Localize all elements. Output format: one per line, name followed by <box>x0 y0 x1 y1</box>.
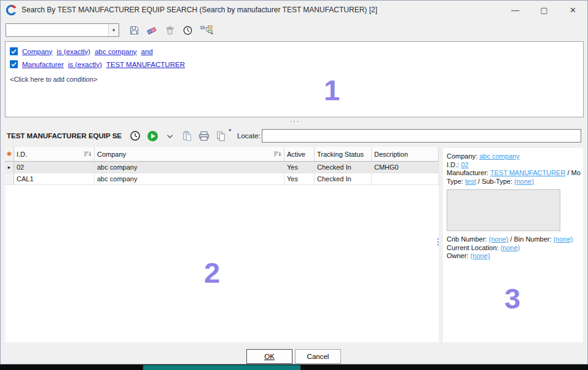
detail-label: Type: <box>447 178 463 185</box>
close-button[interactable]: ✕ <box>559 1 587 19</box>
cell-description: CMHG0 <box>372 162 439 173</box>
ok-button[interactable]: OK <box>246 349 292 364</box>
condition-checkbox[interactable] <box>10 47 18 55</box>
cell-company: abc company <box>95 162 284 173</box>
type-link[interactable]: test <box>465 178 476 185</box>
column-header-label: I.D. <box>17 151 27 158</box>
clock-icon[interactable] <box>129 130 141 142</box>
eraser-icon[interactable] <box>146 24 158 36</box>
title-bar: Search By TEST MANUFACTURER EQUIP SEARCH… <box>1 1 587 19</box>
table-row[interactable]: ▸ 02 abc company Yes Checked In CMHG0 <box>5 162 439 173</box>
row-selector-cell <box>5 173 14 185</box>
vertical-splitter[interactable]: ⋮ <box>434 238 442 246</box>
column-header-description[interactable]: Description <box>372 147 439 161</box>
history-icon[interactable] <box>181 24 194 36</box>
print-icon[interactable] <box>198 130 210 142</box>
filter-preset-combobox[interactable]: ▾ <box>6 23 119 37</box>
condition-operator-link[interactable]: is (exactly) <box>57 48 90 55</box>
taskbar-teal-segment <box>143 365 300 370</box>
asterisk-icon: ✱ <box>7 151 12 157</box>
screen: Search By TEST MANUFACTURER EQUIP SEARCH… <box>0 0 588 370</box>
detail-label: Manufacturer: <box>447 169 488 176</box>
id-link[interactable]: 02 <box>461 161 468 168</box>
copy-icon[interactable]: ▾ <box>215 130 227 142</box>
condition-value-link[interactable]: abc company <box>95 48 136 55</box>
cell-tracking-status: Checked In <box>315 173 372 185</box>
condition-row: Company is (exactly) abc company and <box>10 45 579 58</box>
cell-tracking-status: Checked In <box>315 162 372 173</box>
crib-number-link[interactable]: (none) <box>488 235 508 243</box>
results-title: TEST MANUFACTURER EQUIP SE <box>7 132 122 140</box>
filter-toolbar: ▾ <box>6 23 215 37</box>
table-header-row: ✱ I.D. Company Active <box>5 147 439 162</box>
column-header-label: Description <box>374 151 408 158</box>
subtype-link[interactable]: (none) <box>514 178 534 185</box>
chevron-down-icon[interactable] <box>163 130 176 142</box>
detail-label: / Mo <box>567 169 580 176</box>
detail-label: Crib Number: <box>447 235 487 243</box>
paste-icon[interactable] <box>181 130 193 142</box>
detail-label: Current Location: <box>447 244 498 251</box>
column-header-id[interactable]: I.D. <box>14 147 95 161</box>
maximize-button[interactable]: ▢ <box>530 1 559 19</box>
detail-id-line: I.D.: 02 <box>447 161 579 170</box>
add-condition-link[interactable]: <Click here to add condition> <box>10 76 579 83</box>
delete-icon[interactable] <box>163 24 176 36</box>
condition-field-link[interactable]: Company <box>22 48 52 55</box>
condition-row: Manufacturer is (exactly) TEST MANUFACTU… <box>10 58 579 71</box>
column-header-label: Active <box>287 151 305 158</box>
combo-dropdown-icon[interactable]: ▾ <box>108 24 119 36</box>
column-header-company[interactable]: Company <box>95 147 284 161</box>
bin-number-link[interactable]: (none) <box>554 235 573 243</box>
manufacturer-link[interactable]: TEST MANUFACTURER <box>490 169 566 176</box>
owner-link[interactable]: (none) <box>471 252 490 259</box>
detail-label: / Bin Number: <box>510 235 551 243</box>
cell-description <box>372 173 439 185</box>
condition-value-link[interactable]: TEST MANUFACTURER <box>106 61 185 68</box>
sort-icon <box>84 151 92 157</box>
table-row[interactable]: CAL1 abc company Yes Checked In <box>5 173 439 185</box>
filter-preset-input[interactable] <box>7 25 106 36</box>
run-icon[interactable] <box>146 130 159 142</box>
column-header-active[interactable]: Active <box>284 147 315 161</box>
hierarchy-icon[interactable] <box>199 24 215 36</box>
sort-icon <box>273 151 281 157</box>
condition-conjunction-link[interactable]: and <box>141 48 153 55</box>
ok-button-label: OK <box>264 353 275 360</box>
detail-label: / Sub-Type: <box>478 178 512 185</box>
detail-label: I.D.: <box>447 161 459 168</box>
company-link[interactable]: abc company <box>479 152 519 160</box>
search-dialog: Search By TEST MANUFACTURER EQUIP SEARCH… <box>0 0 588 364</box>
current-row-marker-icon: ▸ <box>8 164 11 170</box>
item-details-panel: Company: abc company I.D.: 02 Manufactur… <box>443 148 583 342</box>
item-image-placeholder <box>447 189 560 231</box>
window-title: Search By TEST MANUFACTURER EQUIP SEARCH… <box>22 6 377 14</box>
copy-dropdown-icon[interactable]: ▾ <box>229 128 231 133</box>
locate-label: Locate: <box>237 132 261 140</box>
locate-input[interactable] <box>262 129 581 143</box>
detail-label: Owner: <box>447 252 468 259</box>
column-header-label: Tracking Status <box>317 151 364 158</box>
column-header-tracking-status[interactable]: Tracking Status <box>315 147 372 161</box>
detail-location-line: Current Location: (none) <box>447 244 579 253</box>
save-icon[interactable] <box>128 24 140 36</box>
condition-operator-link[interactable]: is (exactly) <box>68 61 102 68</box>
cell-id: 02 <box>14 162 95 173</box>
condition-checkbox[interactable] <box>10 60 18 68</box>
detail-company-line: Company: abc company <box>447 152 579 161</box>
cell-active: Yes <box>284 162 315 173</box>
cancel-button[interactable]: Cancel <box>295 349 341 364</box>
column-header-label: Company <box>97 151 126 158</box>
cell-company: abc company <box>95 173 284 185</box>
table-corner-header[interactable]: ✱ <box>5 147 14 161</box>
condition-panel: Company is (exactly) abc company and Man… <box>5 41 584 117</box>
cancel-button-label: Cancel <box>307 353 329 360</box>
horizontal-splitter[interactable]: ··· <box>1 117 588 127</box>
current-location-link[interactable]: (none) <box>500 244 520 251</box>
minimize-button[interactable]: — <box>501 1 530 19</box>
detail-owner-line: Owner: (none) <box>447 252 579 261</box>
row-selector-cell: ▸ <box>5 162 14 173</box>
app-logo-icon <box>6 5 17 15</box>
condition-field-link[interactable]: Manufacturer <box>22 61 64 68</box>
detail-type-line: Type: test / Sub-Type: (none) <box>447 178 579 186</box>
